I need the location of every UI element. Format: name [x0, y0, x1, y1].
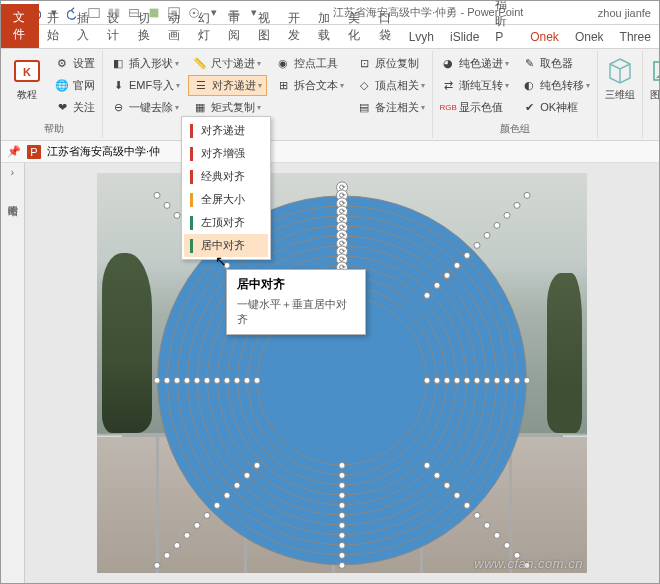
- selection-handle[interactable]: [484, 377, 491, 384]
- selection-handle[interactable]: [174, 542, 181, 549]
- tutorial-button[interactable]: K 教程: [8, 53, 46, 102]
- 3d-group-button[interactable]: 三维组: [601, 53, 639, 102]
- selection-handle[interactable]: [444, 377, 451, 384]
- selection-handle[interactable]: [424, 462, 431, 469]
- selection-handle[interactable]: [339, 532, 346, 539]
- selection-handle[interactable]: [339, 522, 346, 529]
- selection-handle[interactable]: [339, 502, 346, 509]
- selection-handle[interactable]: [339, 552, 346, 559]
- selection-handle[interactable]: [464, 502, 471, 509]
- tab-animation[interactable]: 动画: [160, 6, 190, 48]
- tab-transition[interactable]: 切换: [130, 6, 160, 48]
- selection-handle[interactable]: [474, 377, 481, 384]
- selection-handle[interactable]: [234, 377, 241, 384]
- selection-handle[interactable]: [254, 462, 261, 469]
- selection-handle[interactable]: [424, 377, 431, 384]
- selection-handle[interactable]: [474, 242, 481, 249]
- selection-handle[interactable]: [164, 377, 171, 384]
- selection-handle[interactable]: [454, 492, 461, 499]
- selection-handle[interactable]: [434, 377, 441, 384]
- selection-handle[interactable]: [339, 542, 346, 549]
- selection-handle[interactable]: [464, 377, 471, 384]
- selection-handle[interactable]: [234, 482, 241, 489]
- settings-button[interactable]: ⚙设置: [50, 53, 99, 74]
- tab-home[interactable]: 开始: [39, 6, 69, 48]
- selection-handle[interactable]: [204, 512, 211, 519]
- selection-handle[interactable]: [504, 212, 511, 219]
- color-picker-button[interactable]: ✎取色器: [517, 53, 594, 74]
- note-related-button[interactable]: ▤备注相关▾: [352, 97, 429, 118]
- emf-import-button[interactable]: ⬇EMF导入▾: [106, 75, 184, 96]
- selection-handle[interactable]: [484, 232, 491, 239]
- tab-addins[interactable]: 加载: [310, 6, 340, 48]
- selection-handle[interactable]: [454, 377, 461, 384]
- tab-foxit[interactable]: 福昕P: [487, 0, 522, 48]
- slide-canvas[interactable]: ⟳⟳⟳⟳⟳⟳⟳⟳⟳⟳⟳ www.cfan.com.cn: [25, 163, 659, 583]
- selection-handle[interactable]: [194, 377, 201, 384]
- one-key-remove-button[interactable]: ⊖一键去除▾: [106, 97, 184, 118]
- selection-handle[interactable]: [484, 522, 491, 529]
- menu-item-2[interactable]: 经典对齐: [184, 165, 268, 188]
- selection-handle[interactable]: [154, 377, 161, 384]
- selection-handle[interactable]: [524, 192, 531, 199]
- tab-lvyh[interactable]: Lvyh: [401, 26, 442, 48]
- selection-handle[interactable]: [434, 472, 441, 479]
- selection-handle[interactable]: [184, 532, 191, 539]
- selection-handle[interactable]: [339, 472, 346, 479]
- selection-handle[interactable]: [339, 492, 346, 499]
- menu-item-4[interactable]: 左顶对齐: [184, 211, 268, 234]
- selection-handle[interactable]: [194, 522, 201, 529]
- pin-icon[interactable]: 📌: [7, 145, 21, 159]
- insert-shape-button[interactable]: ◧插入形状▾: [106, 53, 184, 74]
- selection-handle[interactable]: [444, 272, 451, 279]
- pure-progress-button[interactable]: ◕纯色递进▾: [436, 53, 513, 74]
- tab-developer[interactable]: 开发: [280, 6, 310, 48]
- tab-islide[interactable]: iSlide: [442, 26, 487, 48]
- tab-three[interactable]: Three: [612, 26, 659, 48]
- selection-handle[interactable]: [494, 222, 501, 229]
- selection-handle[interactable]: [154, 192, 161, 199]
- selection-handle[interactable]: [524, 377, 531, 384]
- selection-handle[interactable]: [224, 492, 231, 499]
- gradient-swap-button[interactable]: ⇄渐纯互转▾: [436, 75, 513, 96]
- official-button[interactable]: 🌐官网: [50, 75, 99, 96]
- selection-handle[interactable]: [214, 377, 221, 384]
- selection-handle[interactable]: [244, 472, 251, 479]
- selection-handle[interactable]: [494, 532, 501, 539]
- selection-handle[interactable]: [504, 377, 511, 384]
- tab-design[interactable]: 设计: [99, 6, 129, 48]
- selection-handle[interactable]: [494, 377, 501, 384]
- split-text-button[interactable]: ⊞拆合文本▾: [271, 75, 348, 96]
- selection-handle[interactable]: [214, 502, 221, 509]
- selection-handle[interactable]: [454, 262, 461, 269]
- selection-handle[interactable]: [204, 377, 211, 384]
- align-progress-button[interactable]: ☰对齐递进▾: [188, 75, 267, 96]
- selection-handle[interactable]: [424, 292, 431, 299]
- selection-handle[interactable]: [174, 377, 181, 384]
- expand-thumbnails-icon[interactable]: ›: [11, 167, 14, 178]
- selection-handle[interactable]: [174, 212, 181, 219]
- selection-handle[interactable]: [514, 202, 521, 209]
- pure-transfer-button[interactable]: ◐纯色转移▾: [517, 75, 594, 96]
- menu-item-1[interactable]: 对齐增强: [184, 142, 268, 165]
- follow-button[interactable]: ❤关注: [50, 97, 99, 118]
- vertex-related-button[interactable]: ◇顶点相关▾: [352, 75, 429, 96]
- selection-handle[interactable]: [504, 542, 511, 549]
- control-tools-button[interactable]: ◉控点工具: [271, 53, 348, 74]
- selection-handle[interactable]: [224, 377, 231, 384]
- selection-handle[interactable]: [339, 462, 346, 469]
- tab-beautify[interactable]: 美化: [340, 6, 370, 48]
- tab-review[interactable]: 审阅: [220, 6, 250, 48]
- selection-handle[interactable]: [244, 377, 251, 384]
- tab-file[interactable]: 文件: [1, 4, 39, 48]
- rect-copy-button[interactable]: ▦矩式复制▾: [188, 97, 267, 118]
- size-progress-button[interactable]: 📏尺寸递进▾: [188, 53, 267, 74]
- tab-onekey[interactable]: Onek: [522, 26, 567, 48]
- selection-handle[interactable]: [164, 202, 171, 209]
- show-color-button[interactable]: RGB显示色值: [436, 97, 513, 118]
- selection-handle[interactable]: [254, 377, 261, 384]
- menu-item-3[interactable]: 全屏大小: [184, 188, 268, 211]
- selection-handle[interactable]: [464, 252, 471, 259]
- selection-handle[interactable]: [474, 512, 481, 519]
- circle-copy-button[interactable]: ⊡原位复制: [352, 53, 429, 74]
